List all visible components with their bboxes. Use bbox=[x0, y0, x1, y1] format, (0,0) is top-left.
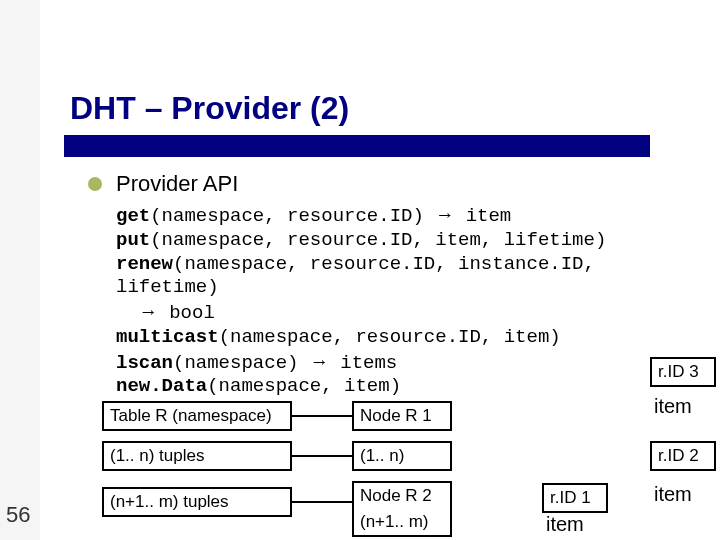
box-table-r: Table R (namespace) bbox=[102, 401, 292, 431]
api-line-lscan: lscan(namespace) → items bbox=[116, 350, 690, 376]
label-item-2: item bbox=[654, 483, 692, 506]
box-node-r2: Node R 2 bbox=[352, 481, 452, 511]
diagram: Table R (namespace) (1.. n) tuples (n+1.… bbox=[102, 401, 720, 531]
api-line-get: get(namespace, resource.ID) → item bbox=[116, 203, 690, 229]
arrow-icon: → bbox=[310, 351, 329, 372]
api-line-put: put(namespace, resource.ID, item, lifeti… bbox=[116, 229, 690, 253]
box-range-2: (n+1.. m) bbox=[352, 509, 452, 537]
page-title: DHT – Provider (2) bbox=[70, 90, 690, 127]
slide-number: 56 bbox=[6, 502, 30, 528]
api-line-renew: renew(namespace, resource.ID, instance.I… bbox=[116, 253, 690, 326]
kw-multicast: multicast bbox=[116, 326, 219, 348]
box-rid1: r.ID 1 bbox=[542, 483, 608, 513]
kw-lscan: lscan bbox=[116, 352, 173, 374]
connector-line bbox=[292, 501, 352, 503]
arrow-icon: → bbox=[139, 301, 158, 322]
title-underline-bar bbox=[64, 135, 650, 157]
kw-renew: renew bbox=[116, 253, 173, 275]
connector-line bbox=[292, 455, 352, 457]
subtitle-line: Provider API bbox=[88, 171, 690, 197]
subtitle: Provider API bbox=[116, 171, 238, 197]
box-node-r1: Node R 1 bbox=[352, 401, 452, 431]
box-rid2: r.ID 2 bbox=[650, 441, 716, 471]
box-tuples-2: (n+1.. m) tuples bbox=[102, 487, 292, 517]
kw-newdata: new.Data bbox=[116, 375, 207, 397]
api-line-multicast: multicast(namespace, resource.ID, item) bbox=[116, 326, 690, 350]
label-item-3: item bbox=[654, 395, 692, 418]
api-line-newdata: new.Data(namespace, item) bbox=[116, 375, 690, 399]
api-code-block: get(namespace, resource.ID) → item put(n… bbox=[88, 203, 690, 399]
label-item-1: item bbox=[546, 513, 584, 536]
box-tuples-1: (1.. n) tuples bbox=[102, 441, 292, 471]
body-area: Provider API get(namespace, resource.ID)… bbox=[40, 157, 720, 531]
box-range-1: (1.. n) bbox=[352, 441, 452, 471]
title-area: DHT – Provider (2) bbox=[40, 90, 720, 157]
kw-get: get bbox=[116, 205, 150, 227]
arrow-icon: → bbox=[435, 204, 454, 225]
bullet-icon bbox=[88, 177, 102, 191]
slide: DHT – Provider (2) Provider API get(name… bbox=[40, 0, 720, 540]
box-rid3: r.ID 3 bbox=[650, 357, 716, 387]
kw-put: put bbox=[116, 229, 150, 251]
connector-line bbox=[292, 415, 352, 417]
